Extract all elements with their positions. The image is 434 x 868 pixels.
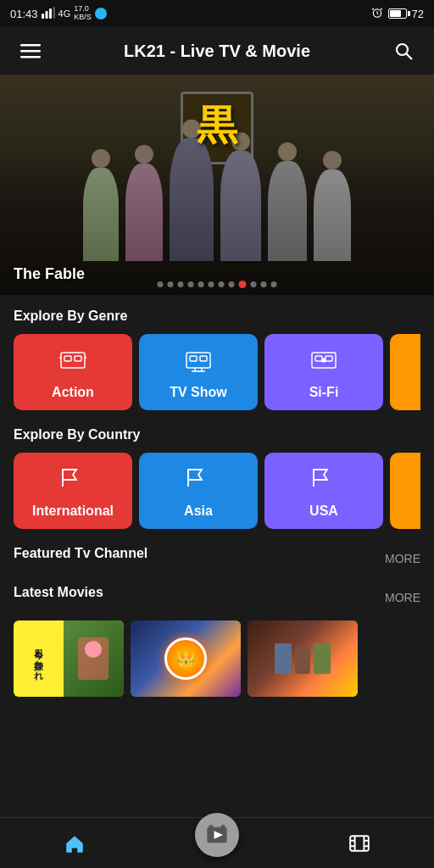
dot-12 xyxy=(271,281,277,287)
latest-movies-header: Latest Movies MORE xyxy=(14,585,420,610)
status-right: 72 xyxy=(371,7,424,21)
hero-dots xyxy=(158,281,277,288)
search-button[interactable] xyxy=(387,34,420,68)
fab-play-button[interactable] xyxy=(195,813,239,857)
bottom-nav xyxy=(0,817,434,868)
movie-card-1[interactable]: 今日も嫌われ xyxy=(14,620,124,697)
nav-film[interactable] xyxy=(331,829,387,858)
svg-rect-1 xyxy=(45,11,47,19)
tvshow-icon xyxy=(183,344,214,378)
action-label: Action xyxy=(52,385,94,400)
nav-home[interactable] xyxy=(47,829,103,858)
genre-tvshow[interactable]: TV Show xyxy=(139,334,258,410)
svg-rect-0 xyxy=(42,14,44,19)
country-international[interactable]: International xyxy=(14,453,132,529)
person-2 xyxy=(125,164,163,261)
movie-card-2[interactable]: 👑 xyxy=(131,620,241,697)
hero-kanji: 黒 xyxy=(197,98,237,153)
svg-rect-7 xyxy=(20,56,41,58)
flag-usa-icon xyxy=(309,463,339,497)
featured-tv-section: Featured Tv Channel MORE xyxy=(0,546,434,571)
latest-movies-section: Latest Movies MORE 今日も嫌われ 👑 xyxy=(0,585,434,700)
menu-button[interactable] xyxy=(14,34,47,68)
person-1 xyxy=(83,168,119,261)
svg-point-8 xyxy=(397,44,408,55)
status-bar: 01:43 4G 17.0KB/S 72 xyxy=(0,0,434,27)
flag-intl-icon xyxy=(58,463,88,497)
status-left: 01:43 4G 17.0KB/S xyxy=(10,5,107,22)
alarm-icon xyxy=(371,7,383,21)
featured-tv-more[interactable]: MORE xyxy=(385,552,420,565)
dot-10 xyxy=(251,281,257,287)
country-grid: International Asia USA xyxy=(14,453,420,532)
genre-section-title: Explore By Genre xyxy=(14,309,420,324)
country-usa-label: USA xyxy=(309,504,338,519)
app-bar: LK21 - Live TV & Movie xyxy=(0,27,434,75)
person-4 xyxy=(220,151,261,261)
country-section-title: Explore By Country xyxy=(14,427,420,442)
movie-card-3[interactable] xyxy=(248,620,358,697)
dot-4 xyxy=(188,281,194,287)
tvshow-label: TV Show xyxy=(170,385,227,400)
svg-rect-18 xyxy=(326,356,332,361)
country-section: Explore By Country International Asia xyxy=(0,427,434,532)
svg-rect-17 xyxy=(315,356,322,361)
status-signal xyxy=(42,7,55,21)
latest-movies-title: Latest Movies xyxy=(14,585,103,600)
dot-7 xyxy=(219,281,225,287)
genre-action[interactable]: Action xyxy=(14,334,132,410)
latest-movies-more[interactable]: MORE xyxy=(385,591,420,604)
country-other[interactable]: ... xyxy=(390,453,420,529)
app-title: LK21 - Live TV & Movie xyxy=(124,42,310,61)
genre-other[interactable]: A... xyxy=(390,334,420,410)
dot-2 xyxy=(168,281,174,287)
person-6 xyxy=(314,170,351,261)
flag-asia-icon xyxy=(183,463,214,497)
country-asia[interactable]: Asia xyxy=(139,453,258,529)
svg-rect-30 xyxy=(221,825,225,828)
svg-rect-31 xyxy=(350,836,369,850)
status-time: 01:43 xyxy=(10,8,38,20)
person-5 xyxy=(268,161,307,261)
svg-point-19 xyxy=(322,359,326,362)
scifi-label: Si-Fi xyxy=(309,385,339,400)
dot-9-active xyxy=(239,281,247,288)
battery-level: 72 xyxy=(412,8,424,20)
status-app-icon xyxy=(95,8,107,19)
featured-tv-header: Featured Tv Channel MORE xyxy=(14,546,420,571)
country-usa[interactable]: USA xyxy=(264,453,383,529)
hero-title: The Fable xyxy=(14,265,85,283)
dot-3 xyxy=(178,281,184,287)
svg-rect-3 xyxy=(53,7,55,19)
person-3 xyxy=(170,138,214,261)
hero-banner[interactable]: 黒 The Fable xyxy=(0,75,434,295)
svg-rect-2 xyxy=(49,8,52,19)
svg-rect-6 xyxy=(20,50,41,53)
dot-8 xyxy=(229,281,235,287)
genre-section: Explore By Genre Action xyxy=(0,309,434,414)
battery-icon xyxy=(388,8,407,19)
svg-line-9 xyxy=(407,54,413,60)
svg-rect-12 xyxy=(75,356,81,361)
status-network: 4G xyxy=(58,8,71,19)
svg-rect-14 xyxy=(190,356,197,361)
svg-rect-5 xyxy=(20,44,41,47)
genre-grid: Action TV Show xyxy=(14,334,420,414)
country-asia-label: Asia xyxy=(184,504,213,519)
dot-1 xyxy=(158,281,164,287)
country-intl-label: International xyxy=(32,504,114,519)
dot-6 xyxy=(209,281,214,287)
scifi-icon xyxy=(309,344,339,378)
dot-11 xyxy=(261,281,267,287)
status-speed: 17.0KB/S xyxy=(74,5,92,22)
svg-rect-11 xyxy=(64,356,71,361)
svg-rect-29 xyxy=(209,825,214,828)
action-icon xyxy=(58,344,88,378)
genre-scifi[interactable]: Si-Fi xyxy=(264,334,383,410)
featured-tv-title: Featured Tv Channel xyxy=(14,546,147,561)
dot-5 xyxy=(198,281,204,287)
svg-rect-15 xyxy=(200,356,207,361)
movies-grid: 今日も嫌われ 👑 xyxy=(14,620,420,700)
